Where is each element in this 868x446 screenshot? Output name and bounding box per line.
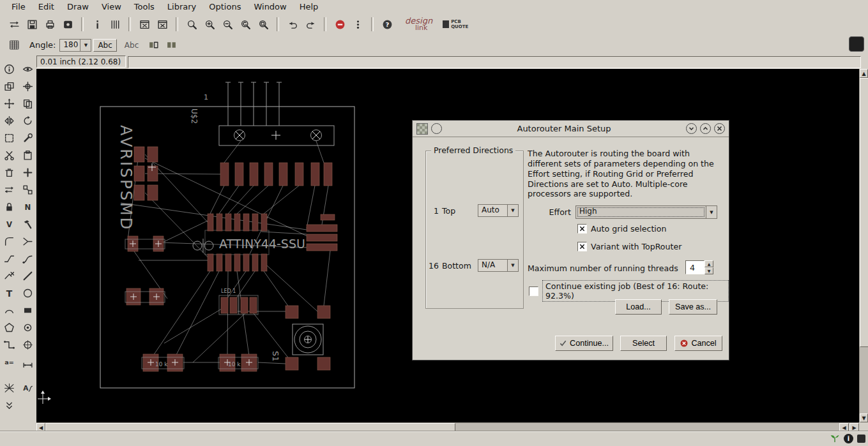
move-tool[interactable] <box>1 96 17 112</box>
dialog-titlebar[interactable]: Autorouter Main Setup <box>413 121 729 137</box>
layer-top-direction-combobox[interactable]: Auto ▼ <box>478 204 519 217</box>
continue-job-checkbox[interactable] <box>529 286 538 296</box>
layer-bottom-direction-combobox[interactable]: N/A ▼ <box>478 259 519 272</box>
menu-window[interactable]: Window <box>247 1 293 13</box>
arc-tool[interactable] <box>1 302 17 318</box>
menu-edit[interactable]: Edit <box>32 1 61 13</box>
menu-library[interactable]: Library <box>161 1 202 13</box>
attribute-tool[interactable]: a= <box>1 354 17 370</box>
stop-icon[interactable] <box>331 16 348 33</box>
hole-tool[interactable] <box>19 337 36 353</box>
exchange-icon[interactable] <box>6 16 22 33</box>
menu-help[interactable]: Help <box>293 1 325 13</box>
close-icon[interactable] <box>714 123 725 134</box>
pad-display-icon[interactable] <box>145 37 162 54</box>
continue-button[interactable]: Continue... <box>555 336 613 351</box>
command-line-input[interactable] <box>128 56 861 68</box>
change-tool[interactable] <box>19 130 36 146</box>
lock-tool[interactable] <box>1 199 17 215</box>
add-tool[interactable] <box>19 165 36 181</box>
cam-processor-icon[interactable] <box>59 16 76 33</box>
route-tool[interactable] <box>19 251 36 267</box>
load-button[interactable]: Load... <box>615 299 662 315</box>
scroll-up-icon[interactable]: ▲ <box>860 69 868 78</box>
menu-view[interactable]: View <box>95 1 128 13</box>
pad-display-alt-icon[interactable] <box>163 37 179 54</box>
board-window-icon[interactable] <box>154 16 171 33</box>
wire-tool[interactable] <box>19 268 36 284</box>
cut-tool[interactable] <box>1 147 17 163</box>
autorouter-tool[interactable]: A <box>19 380 36 396</box>
zoom-redraw-icon[interactable] <box>237 16 254 33</box>
ripup-tool[interactable] <box>1 268 17 284</box>
menu-draw[interactable]: Draw <box>61 1 95 13</box>
window-menu-button[interactable] <box>431 123 442 134</box>
save-as-button[interactable]: Save as... <box>669 299 717 315</box>
pcb-quote-logo[interactable]: PCBQUOTE <box>443 19 468 29</box>
run-script-icon[interactable] <box>89 16 105 33</box>
zoom-select-icon[interactable] <box>255 16 271 33</box>
miter-tool[interactable] <box>1 234 17 249</box>
vertical-scrollbar[interactable]: ▲ ▼ <box>859 69 868 422</box>
replace-tool[interactable] <box>19 182 36 198</box>
group-tool[interactable] <box>1 130 17 146</box>
chevron-down-icon[interactable]: ▼ <box>80 40 91 51</box>
rotate-tool[interactable] <box>19 113 36 129</box>
smash-tool[interactable] <box>19 216 36 232</box>
design-link-logo[interactable]: design link <box>405 17 432 31</box>
select-button[interactable]: Select <box>620 336 667 351</box>
angle-combobox[interactable]: 180 ▼ <box>59 39 91 52</box>
threads-spinbox[interactable]: 4 ▲ ▼ <box>685 260 713 274</box>
text-style-button[interactable]: Abc <box>93 39 116 52</box>
spin-up-icon[interactable]: ▲ <box>704 260 713 267</box>
text-style-alt-button[interactable]: Abc <box>121 40 142 51</box>
layer-color-button[interactable] <box>849 36 864 52</box>
chevron-down-icon[interactable]: ▼ <box>507 260 518 271</box>
scroll-down-icon[interactable]: ▼ <box>860 413 868 422</box>
table-icon[interactable] <box>107 16 123 33</box>
circle-tool[interactable] <box>19 285 36 301</box>
chevron-down-icon[interactable]: ▼ <box>706 206 717 218</box>
status-info-icon[interactable]: i <box>844 434 853 443</box>
variant-toprouter-checkbox[interactable] <box>577 242 587 251</box>
cancel-button[interactable]: Cancel <box>674 336 722 351</box>
menu-tools[interactable]: Tools <box>128 1 161 13</box>
scroll-left-icon[interactable]: ◀ <box>839 423 849 432</box>
spin-down-icon[interactable]: ▼ <box>704 267 713 274</box>
more-tools-chevron-icon[interactable] <box>1 398 17 413</box>
print-icon[interactable] <box>42 16 58 33</box>
copy-tool[interactable] <box>19 96 36 112</box>
horizontal-scrollbar[interactable]: ◀ ◀ ▶ <box>36 422 859 432</box>
dimension-tool[interactable] <box>19 354 36 370</box>
ratsnest-tool[interactable] <box>1 380 17 396</box>
value-tool[interactable]: V <box>1 216 17 232</box>
effort-combobox[interactable]: High ▼ <box>575 205 717 219</box>
signal-tool[interactable] <box>1 337 17 353</box>
shade-icon[interactable] <box>686 123 697 134</box>
text-tool[interactable]: T <box>1 285 17 301</box>
split-tool[interactable] <box>19 234 36 249</box>
zoom-fit-icon[interactable] <box>183 16 200 33</box>
scroll-left-icon[interactable]: ◀ <box>36 423 45 432</box>
auto-grid-checkbox[interactable] <box>577 224 587 234</box>
undo-icon[interactable] <box>284 16 301 33</box>
delete-tool[interactable] <box>1 165 17 181</box>
display-tool[interactable] <box>1 78 17 94</box>
zoom-in-icon[interactable] <box>201 16 218 33</box>
status-plant-icon[interactable] <box>830 433 840 443</box>
resize-grip[interactable] <box>857 435 865 443</box>
via-tool[interactable] <box>19 320 36 336</box>
paste-tool[interactable] <box>19 147 36 163</box>
pinswap-tool[interactable] <box>1 182 17 198</box>
mirror-tool[interactable] <box>1 113 17 129</box>
unshade-icon[interactable] <box>700 123 711 134</box>
optimize-tool[interactable] <box>1 251 17 267</box>
overflow-dots-icon[interactable] <box>349 16 366 33</box>
rect-tool[interactable] <box>19 302 36 318</box>
vertical-scroll-thumb[interactable] <box>860 78 868 347</box>
zoom-out-icon[interactable] <box>219 16 236 33</box>
scroll-right-icon[interactable]: ▶ <box>849 423 859 432</box>
schematic-window-icon[interactable] <box>136 16 153 33</box>
polygon-tool[interactable] <box>1 320 17 336</box>
grid-icon[interactable] <box>6 37 22 54</box>
